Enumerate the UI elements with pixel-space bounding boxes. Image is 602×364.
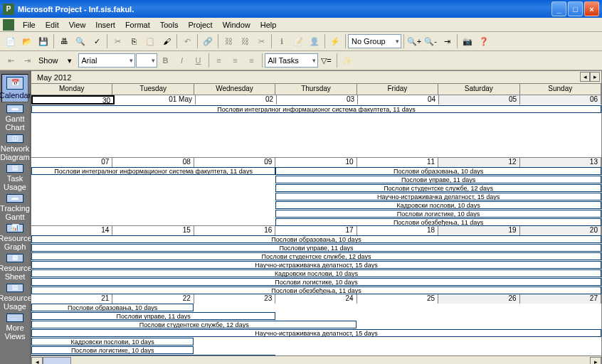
task-bar[interactable]: Послови управе, 11 days: [31, 244, 601, 252]
close-button[interactable]: ×: [584, 1, 599, 16]
date-cell[interactable]: 17: [275, 226, 357, 235]
link-tasks-button[interactable]: ⛓: [221, 33, 236, 49]
bold-button[interactable]: B: [158, 53, 174, 68]
date-cell[interactable]: 04: [358, 95, 439, 105]
date-cell[interactable]: 24: [275, 294, 357, 304]
paste-button[interactable]: 📋: [142, 33, 158, 49]
date-cell[interactable]: 10: [275, 158, 357, 167]
size-combo[interactable]: [136, 53, 157, 68]
date-cell[interactable]: 12: [438, 158, 519, 167]
autofilter-button[interactable]: ▽=: [319, 53, 334, 68]
task-bar[interactable]: Послови образовања, 10 days: [31, 235, 601, 243]
viewbar-taskusage[interactable]: ▤Task Usage: [1, 164, 28, 192]
print-button[interactable]: 🖶: [56, 33, 72, 49]
date-cell[interactable]: 13: [520, 158, 601, 167]
wizard-button[interactable]: ✨: [339, 53, 355, 68]
align-right-button[interactable]: ≡: [244, 53, 260, 68]
filter-combo[interactable]: All Tasks: [265, 53, 318, 68]
undo-button[interactable]: ↶: [179, 33, 195, 49]
viewbar-resusage[interactable]: ▤Resource Usage: [1, 283, 28, 311]
unlink-tasks-button[interactable]: ⛓: [237, 33, 253, 49]
zoom-in-button[interactable]: 🔍+: [406, 33, 422, 49]
scroll-thumb[interactable]: [43, 357, 71, 364]
group-combo[interactable]: No Group: [348, 34, 401, 48]
date-cell[interactable]: 07: [31, 158, 112, 167]
format-painter-button[interactable]: 🖌: [159, 33, 174, 49]
spell-button[interactable]: ✓: [89, 33, 105, 49]
date-cell[interactable]: 02: [196, 95, 277, 105]
menu-insert[interactable]: Insert: [90, 19, 120, 31]
date-cell[interactable]: 19: [438, 226, 519, 235]
date-cell[interactable]: 20: [520, 226, 601, 235]
underline-button[interactable]: U: [191, 53, 206, 68]
task-bar[interactable]: Послови образовања, 10 days: [31, 304, 194, 311]
task-bar[interactable]: Послови управе, 11 days: [31, 312, 275, 320]
viewbar-gantt[interactable]: ▬Gantt Chart: [1, 104, 28, 132]
help-button[interactable]: ❓: [476, 33, 492, 49]
date-cell[interactable]: 01 May: [115, 95, 196, 105]
align-left-button[interactable]: ≡: [211, 53, 227, 68]
task-bar[interactable]: Послови управе, 11 days: [275, 176, 601, 183]
task-bar[interactable]: Послови логистике, 10 days: [31, 346, 194, 354]
date-cell[interactable]: 05: [439, 95, 520, 105]
task-bar[interactable]: Послови интегралног информационог систем…: [31, 105, 601, 113]
cut-button[interactable]: ✂: [110, 33, 125, 49]
task-bar[interactable]: Послови образовања, 10 days: [275, 167, 601, 175]
save-button[interactable]: 💾: [36, 33, 51, 49]
italic-button[interactable]: I: [174, 53, 190, 68]
menu-file[interactable]: File: [18, 19, 41, 31]
date-cell[interactable]: 14: [31, 226, 112, 235]
notes-button[interactable]: 📝: [290, 33, 306, 49]
task-bar[interactable]: Послови студентске службе, 12 days: [31, 252, 601, 260]
task-bar[interactable]: Кадровски послови, 10 days: [31, 338, 194, 346]
date-cell[interactable]: 23: [194, 294, 275, 304]
menu-format[interactable]: Format: [120, 19, 155, 31]
menu-project[interactable]: Project: [183, 19, 217, 31]
task-bar[interactable]: Послови логистике, 10 days: [275, 210, 601, 218]
font-combo[interactable]: Arial: [78, 53, 135, 68]
scroll-right-button[interactable]: ▸: [590, 357, 601, 364]
task-bar[interactable]: Послови обезбеђења, 11 days: [275, 218, 601, 226]
task-bar[interactable]: Кадровски послови, 10 days: [275, 201, 601, 209]
viewbar-resgraph[interactable]: 📊Resource Graph: [1, 223, 28, 252]
task-bar[interactable]: Послови студентске службе, 12 days: [275, 184, 601, 192]
indent-button[interactable]: ⇥: [19, 53, 35, 68]
task-bar[interactable]: Научно-истраживачка делатност, 15 days: [275, 193, 601, 200]
task-bar[interactable]: Послови обезбеђења, 11 days: [31, 287, 601, 294]
open-button[interactable]: 📂: [19, 33, 35, 49]
assign-button[interactable]: 👤: [307, 33, 322, 49]
goto-button[interactable]: ⇥: [439, 33, 455, 49]
menu-window[interactable]: Window: [218, 19, 255, 31]
date-cell[interactable]: 06: [520, 95, 601, 105]
date-cell[interactable]: 27: [520, 294, 601, 304]
menu-help[interactable]: Help: [255, 19, 282, 31]
menu-edit[interactable]: Edit: [41, 19, 64, 31]
date-cell[interactable]: 09: [194, 158, 275, 167]
copy-button[interactable]: ⎘: [126, 33, 142, 49]
task-bar[interactable]: Научно-истраживачка делатност, 15 days: [31, 261, 601, 269]
menu-view[interactable]: View: [64, 19, 91, 31]
viewbar-network[interactable]: ◫Network Diagram: [1, 134, 28, 162]
date-cell[interactable]: 26: [438, 294, 519, 304]
next-month-button[interactable]: ▸: [590, 72, 600, 82]
date-cell[interactable]: 18: [357, 226, 438, 235]
date-cell[interactable]: 15: [112, 226, 194, 235]
split-button[interactable]: ✂: [253, 33, 269, 49]
task-bar[interactable]: Послови интегралног информационог систем…: [31, 167, 275, 175]
show-dropdown[interactable]: ▾: [62, 53, 78, 68]
viewbar-ressheet[interactable]: ▦Resource Sheet: [1, 253, 28, 282]
minimize-button[interactable]: _: [551, 1, 566, 16]
date-cell[interactable]: 03: [277, 95, 358, 105]
outdent-button[interactable]: ⇤: [3, 53, 19, 68]
info-button[interactable]: ℹ: [274, 33, 290, 49]
task-bar[interactable]: Послови студентске службе, 12 days: [31, 321, 357, 328]
align-center-button[interactable]: ≡: [228, 53, 243, 68]
zoom-out-button[interactable]: 🔍-: [423, 33, 438, 49]
menu-tools[interactable]: Tools: [155, 19, 184, 31]
date-cell[interactable]: 11: [357, 158, 438, 167]
date-cell[interactable]: 16: [194, 226, 275, 235]
date-cell[interactable]: 21: [31, 294, 112, 304]
maximize-button[interactable]: □: [568, 1, 583, 16]
task-bar[interactable]: Послови логистике, 10 days: [31, 278, 601, 286]
task-bar[interactable]: Кадровски послови, 10 days: [31, 269, 601, 277]
